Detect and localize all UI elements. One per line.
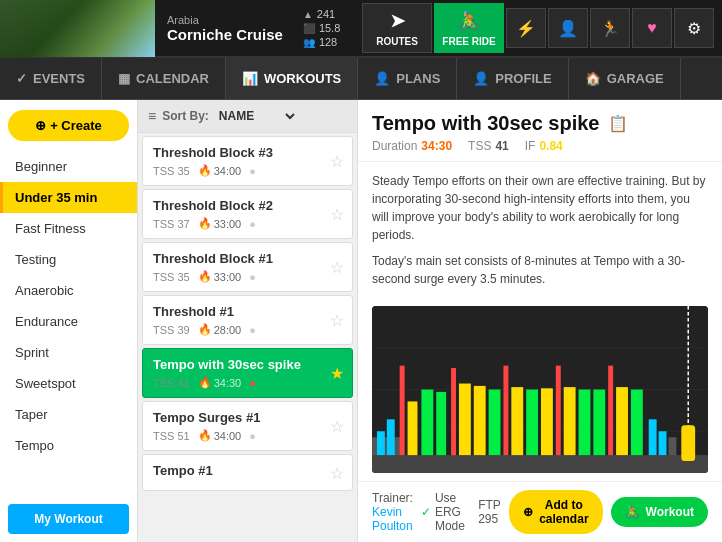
profile-label: PROFILE — [495, 71, 551, 86]
sidebar-item-anaerobic[interactable]: Anaerobic — [0, 275, 137, 306]
sidebar-item-testing[interactable]: Testing — [0, 244, 137, 275]
detail-header: Tempo with 30sec spike 📋 Duration 34:30 … — [358, 100, 722, 162]
garage-icon: 🏠 — [585, 71, 601, 86]
routes-label: ROUTES — [376, 36, 418, 47]
trainer-name[interactable]: Kevin Poulton — [372, 505, 413, 533]
sidebar-item-sweetspot[interactable]: Sweetspot — [0, 368, 137, 399]
fire-icon-tb1: 🔥 — [198, 270, 212, 283]
sidebar-item-label-anaerobic: Anaerobic — [15, 283, 74, 298]
main-content: ⊕ + Create Beginner Under 35 min Fast Fi… — [0, 100, 722, 542]
ftp-info: FTP 295 — [478, 498, 501, 526]
garage-label: GARAGE — [607, 71, 664, 86]
sidebar-item-beginner[interactable]: Beginner — [0, 151, 137, 182]
sidebar-item-fastfitness[interactable]: Fast Fitness — [0, 213, 137, 244]
if-meta: IF 0.84 — [525, 139, 563, 153]
add-to-calendar-button[interactable]: ⊕ Add to calendar — [509, 490, 602, 534]
star-tb1[interactable]: ☆ — [330, 258, 344, 277]
map-preview[interactable] — [0, 0, 155, 57]
copy-icon[interactable]: 📋 — [608, 114, 628, 133]
svg-rect-21 — [579, 390, 591, 462]
top-bar: Arabia Corniche Cruise ▲ 241 ⬛ 15.8 👥 12… — [0, 0, 722, 58]
star-tb3[interactable]: ☆ — [330, 152, 344, 171]
nav-workouts[interactable]: 📊 WORKOUTS — [226, 58, 358, 99]
sort-select[interactable]: NAME TSS DURATION — [215, 108, 298, 124]
plans-label: PLANS — [396, 71, 440, 86]
chart-area — [372, 306, 708, 473]
riders-icon: 👥 — [303, 37, 315, 48]
elevation-icon: ▲ — [303, 9, 313, 20]
svg-rect-13 — [474, 386, 486, 461]
svg-rect-29 — [372, 455, 708, 473]
workout-name-tempo1: Tempo #1 — [153, 463, 342, 478]
create-button[interactable]: ⊕ + Create — [8, 110, 129, 141]
nav-plans[interactable]: 👤 PLANS — [358, 58, 457, 99]
tss-t1: TSS 39 — [153, 324, 190, 336]
freeride-icon: 🚴 — [458, 10, 480, 32]
svg-rect-23 — [608, 366, 613, 461]
sidebar-item-label-endurance: Endurance — [15, 314, 78, 329]
workout-item-ts1[interactable]: Tempo Surges #1 TSS 51 🔥34:00 ● ☆ — [142, 401, 353, 451]
duration-meta: Duration 34:30 — [372, 139, 452, 153]
workout-name-tb1: Threshold Block #1 — [153, 251, 342, 266]
sidebar-item-tempo[interactable]: Tempo — [0, 430, 137, 461]
sidebar-item-sprint[interactable]: Sprint — [0, 337, 137, 368]
workouts-icon: 📊 — [242, 71, 258, 86]
sidebar-item-label-testing: Testing — [15, 252, 56, 267]
sidebar-item-taper[interactable]: Taper — [0, 399, 137, 430]
description-p2: Today's main set consists of 8-minutes a… — [372, 252, 708, 288]
detail-footer: Trainer: Kevin Poulton ✓ Use ERG Mode FT… — [358, 481, 722, 542]
detail-description: Steady Tempo efforts on their own are ef… — [358, 162, 722, 306]
sort-bar: ≡ Sort By: NAME TSS DURATION — [138, 100, 357, 133]
freeride-button[interactable]: 🚴 FREE RIDE — [434, 3, 504, 53]
sidebar-item-endurance[interactable]: Endurance — [0, 306, 137, 337]
dot-tempo30: ● — [249, 377, 256, 389]
dot-tb2: ● — [249, 218, 256, 230]
svg-rect-20 — [564, 387, 576, 461]
workout-stats-tempo30: TSS 41 🔥34:30 ● — [153, 376, 342, 389]
sidebar: ⊕ + Create Beginner Under 35 min Fast Fi… — [0, 100, 138, 542]
distance-value: 15.8 — [319, 22, 340, 34]
add-calendar-plus-icon: ⊕ — [523, 505, 533, 519]
dot-tb1: ● — [249, 271, 256, 283]
workout-item-t1[interactable]: Threshold #1 TSS 39 🔥28:00 ● ☆ — [142, 295, 353, 345]
star-t1[interactable]: ☆ — [330, 311, 344, 330]
nav-garage[interactable]: 🏠 GARAGE — [569, 58, 681, 99]
svg-rect-24 — [616, 387, 628, 461]
workout-name-tb2: Threshold Block #2 — [153, 198, 342, 213]
workout-item-tb2[interactable]: Threshold Block #2 TSS 37 🔥33:00 ● ☆ — [142, 189, 353, 239]
fire-icon-ts1: 🔥 — [198, 429, 212, 442]
workout-button[interactable]: 🚴 Workout — [611, 497, 708, 527]
tss-meta: TSS 41 — [468, 139, 509, 153]
erg-label: Use ERG Mode — [435, 491, 470, 533]
calendar-label: CALENDAR — [136, 71, 209, 86]
workouts-label: WORKOUTS — [264, 71, 341, 86]
person-icon-btn[interactable]: 👤 — [548, 8, 588, 48]
nav-calendar[interactable]: ▦ CALENDAR — [102, 58, 226, 99]
workout-item-tb1[interactable]: Threshold Block #1 TSS 35 🔥33:00 ● ☆ — [142, 242, 353, 292]
duration-tb1: 🔥33:00 — [198, 270, 242, 283]
nav-profile[interactable]: 👤 PROFILE — [457, 58, 568, 99]
my-workout-button[interactable]: My Workout — [8, 504, 129, 534]
fire-icon-t1: 🔥 — [198, 323, 212, 336]
star-tb2[interactable]: ☆ — [330, 205, 344, 224]
workout-stats-tb2: TSS 37 🔥33:00 ● — [153, 217, 342, 230]
workout-stats-t1: TSS 39 🔥28:00 ● — [153, 323, 342, 336]
activity-icon-btn[interactable]: 🏃 — [590, 8, 630, 48]
workout-item-tb3[interactable]: Threshold Block #3 TSS 35 🔥34:00 ● ☆ — [142, 136, 353, 186]
lightning-button[interactable]: ⚡ — [506, 8, 546, 48]
dot-tb3: ● — [249, 165, 256, 177]
profile-icon: 👤 — [473, 71, 489, 86]
star-tempo30[interactable]: ★ — [330, 364, 344, 383]
heart-icon-btn[interactable]: ♥ — [632, 8, 672, 48]
nav-events[interactable]: ✓ EVENTS — [0, 58, 102, 99]
workout-item-tempo1[interactable]: Tempo #1 ☆ — [142, 454, 353, 491]
workout-item-tempo30[interactable]: Tempo with 30sec spike TSS 41 🔥34:30 ● ★ — [142, 348, 353, 398]
star-tempo1[interactable]: ☆ — [330, 463, 344, 482]
duration-ts1: 🔥34:00 — [198, 429, 242, 442]
star-ts1[interactable]: ☆ — [330, 417, 344, 436]
workout-list: ≡ Sort By: NAME TSS DURATION Threshold B… — [138, 100, 358, 542]
routes-button[interactable]: ➤ ROUTES — [362, 3, 432, 53]
create-plus-icon: ⊕ — [35, 118, 46, 133]
sidebar-item-under35[interactable]: Under 35 min — [0, 182, 137, 213]
settings-icon-btn[interactable]: ⚙ — [674, 8, 714, 48]
